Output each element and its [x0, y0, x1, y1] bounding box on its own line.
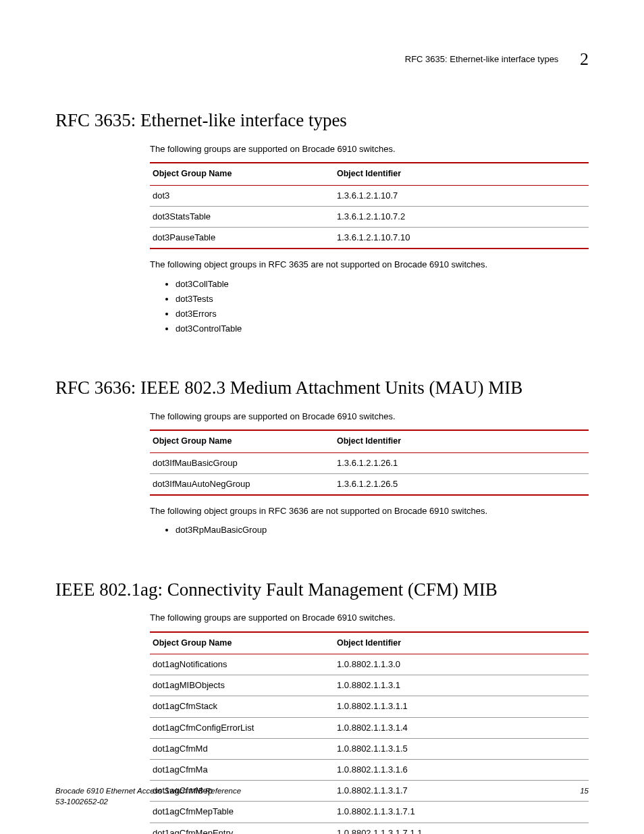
- section-heading: IEEE 802.1ag: Connectivity Fault Managem…: [55, 577, 589, 603]
- object-group-name: dot1agCfmMepEntry: [150, 823, 334, 834]
- section-intro: The following groups are supported on Br…: [150, 143, 589, 155]
- unsupported-list: dot3CollTabledot3Testsdot3Errorsdot3Cont…: [150, 278, 589, 336]
- table-header-id: Object Identifier: [334, 632, 589, 654]
- object-group-table: Object Group NameObject Identifierdot3If…: [150, 429, 589, 496]
- object-identifier: 1.0.8802.1.1.3.1.5: [334, 738, 589, 759]
- section-intro: The following groups are supported on Br…: [150, 411, 589, 423]
- footer-doc-title: Brocade 6910 Ethernet Access Switch MIB …: [55, 787, 241, 795]
- list-item: dot3Tests: [176, 293, 589, 305]
- object-identifier: 1.0.8802.1.1.3.1.6: [334, 760, 589, 781]
- object-group-name: dot1agMIBObjects: [150, 675, 334, 696]
- table-row: dot31.3.6.1.2.1.10.7: [150, 185, 589, 206]
- list-item: dot3CollTable: [176, 278, 589, 290]
- table-row: dot1agCfmMa1.0.8802.1.1.3.1.6: [150, 760, 589, 781]
- table-header-name: Object Group Name: [150, 163, 334, 185]
- table-row: dot3StatsTable1.3.6.1.2.1.10.7.2: [150, 207, 589, 228]
- page-footer: 15 Brocade 6910 Ethernet Access Switch M…: [55, 785, 589, 807]
- table-row: dot1agCfmStack1.0.8802.1.1.3.1.1: [150, 696, 589, 717]
- list-item: dot3ControlTable: [176, 323, 589, 335]
- list-item: dot3Errors: [176, 308, 589, 320]
- object-group-table: Object Group NameObject Identifierdot31.…: [150, 162, 589, 249]
- section-heading: RFC 3635: Ethernet-like interface types: [55, 108, 589, 134]
- unsupported-intro: The following object groups in RFC 3635 …: [150, 259, 589, 271]
- section-content: The following groups are supported on Br…: [150, 143, 589, 335]
- object-identifier: 1.3.6.1.2.1.10.7.10: [334, 228, 589, 249]
- table-row: dot1agCfmMepEntry1.0.8802.1.1.3.1.7.1.1: [150, 823, 589, 834]
- table-header-id: Object Identifier: [334, 430, 589, 452]
- object-identifier: 1.0.8802.1.1.3.1: [334, 675, 589, 696]
- object-identifier: 1.3.6.1.2.1.26.1: [334, 452, 589, 473]
- table-row: dot1agMIBObjects1.0.8802.1.1.3.1: [150, 675, 589, 696]
- object-identifier: 1.3.6.1.2.1.10.7: [334, 185, 589, 206]
- object-group-name: dot1agCfmConfigErrorList: [150, 717, 334, 738]
- list-item: dot3RpMauBasicGroup: [176, 524, 589, 536]
- object-identifier: 1.0.8802.1.1.3.1.7.1.1: [334, 823, 589, 834]
- table-row: dot3PauseTable1.3.6.1.2.1.10.7.10: [150, 228, 589, 249]
- table-row: dot1agNotifications1.0.8802.1.1.3.0: [150, 654, 589, 675]
- object-identifier: 1.3.6.1.2.1.10.7.2: [334, 207, 589, 228]
- table-row: dot3IfMauAutoNegGroup1.3.6.1.2.1.26.5: [150, 474, 589, 496]
- unsupported-intro: The following object groups in RFC 3636 …: [150, 505, 589, 517]
- table-row: dot1agCfmMd1.0.8802.1.1.3.1.5: [150, 738, 589, 759]
- object-group-name: dot3: [150, 185, 334, 206]
- object-group-name: dot1agCfmMd: [150, 738, 334, 759]
- section-content: The following groups are supported on Br…: [150, 411, 589, 536]
- object-group-name: dot1agCfmMa: [150, 760, 334, 781]
- object-group-name: dot3StatsTable: [150, 207, 334, 228]
- table-header-name: Object Group Name: [150, 430, 334, 452]
- object-identifier: 1.0.8802.1.1.3.1.1: [334, 696, 589, 717]
- table-row: dot3IfMauBasicGroup1.3.6.1.2.1.26.1: [150, 452, 589, 473]
- table-header-id: Object Identifier: [334, 163, 589, 185]
- header-title: RFC 3635: Ethernet-like interface types: [405, 54, 559, 64]
- page-number: 15: [580, 785, 589, 796]
- unsupported-list: dot3RpMauBasicGroup: [150, 524, 589, 536]
- header-chapter-number: 2: [580, 49, 589, 69]
- object-group-name: dot3IfMauBasicGroup: [150, 452, 334, 473]
- object-group-name: dot3IfMauAutoNegGroup: [150, 474, 334, 496]
- table-header-name: Object Group Name: [150, 632, 334, 654]
- object-group-name: dot3PauseTable: [150, 228, 334, 249]
- object-identifier: 1.0.8802.1.1.3.0: [334, 654, 589, 675]
- running-header: RFC 3635: Ethernet-like interface types …: [55, 47, 589, 72]
- section-heading: RFC 3636: IEEE 802.3 Medium Attachment U…: [55, 375, 589, 401]
- footer-doc-id: 53-1002652-02: [55, 798, 108, 806]
- object-group-name: dot1agCfmStack: [150, 696, 334, 717]
- section-intro: The following groups are supported on Br…: [150, 612, 589, 624]
- object-identifier: 1.3.6.1.2.1.26.5: [334, 474, 589, 496]
- object-group-name: dot1agNotifications: [150, 654, 334, 675]
- table-row: dot1agCfmConfigErrorList1.0.8802.1.1.3.1…: [150, 717, 589, 738]
- object-identifier: 1.0.8802.1.1.3.1.4: [334, 717, 589, 738]
